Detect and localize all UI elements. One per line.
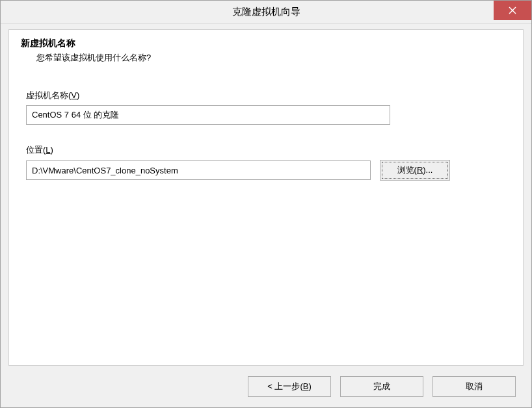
window-title: 克隆虚拟机向导 (232, 6, 300, 18)
titlebar: 克隆虚拟机向导 (1, 1, 531, 24)
vm-name-input[interactable] (26, 105, 390, 125)
location-group: 位置(L) 浏览(R)... (21, 144, 511, 181)
close-icon (509, 6, 516, 14)
page-title: 新虚拟机名称 (21, 38, 511, 49)
wizard-window: 克隆虚拟机向导 新虚拟机名称 您希望该虚拟机使用什么名称? 虚拟机名称(V) 位… (0, 0, 532, 408)
footer: < 上一步(B) 完成 取消 (1, 366, 531, 407)
location-label: 位置(L) (26, 144, 53, 156)
browse-button[interactable]: 浏览(R)... (380, 160, 450, 181)
close-button[interactable] (494, 1, 531, 20)
vm-name-label: 虚拟机名称(V) (26, 90, 79, 101)
content-panel: 新虚拟机名称 您希望该虚拟机使用什么名称? 虚拟机名称(V) 位置(L) 浏览(… (8, 29, 524, 366)
page-subtitle: 您希望该虚拟机使用什么名称? (21, 52, 511, 64)
finish-button[interactable]: 完成 (340, 376, 423, 397)
back-button[interactable]: < 上一步(B) (248, 376, 331, 397)
cancel-button[interactable]: 取消 (432, 376, 516, 397)
header-section: 新虚拟机名称 您希望该虚拟机使用什么名称? (21, 38, 511, 64)
vm-name-group: 虚拟机名称(V) (21, 90, 511, 125)
location-input[interactable] (26, 160, 371, 180)
